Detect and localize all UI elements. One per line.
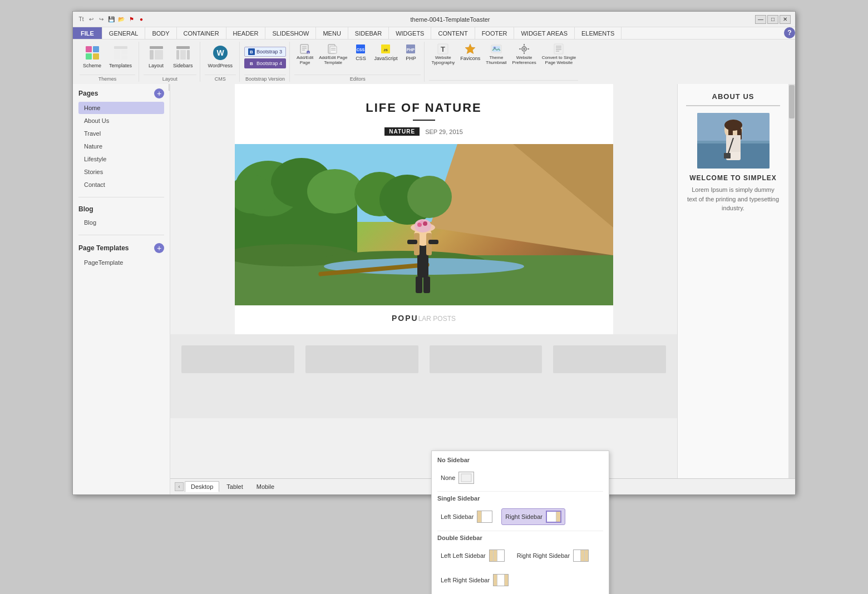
pages-title: Pages bbox=[78, 90, 98, 97]
svg-point-60 bbox=[407, 176, 452, 218]
php-button[interactable]: PHP PHP bbox=[401, 42, 421, 62]
scrollbar-thumb[interactable] bbox=[789, 85, 795, 118]
desktop-view-tab[interactable]: Desktop bbox=[185, 481, 219, 492]
tab-body[interactable]: BODY bbox=[145, 27, 176, 39]
svg-text:CSS: CSS bbox=[357, 48, 365, 52]
php-icon: PHP bbox=[405, 43, 417, 55]
svg-text:PHP: PHP bbox=[407, 48, 415, 52]
cms-group-label: CMS bbox=[205, 75, 236, 82]
popular-title: POPU bbox=[392, 314, 418, 323]
svg-rect-9 bbox=[150, 50, 154, 60]
main-area: ‹ Pages + Home About Us Travel Nature Li… bbox=[73, 84, 795, 494]
tab-elements[interactable]: ELEMENTS bbox=[575, 27, 622, 39]
wordpress-button[interactable]: W WordPress bbox=[205, 42, 236, 71]
tab-sidebar[interactable]: SIDEBAR bbox=[348, 27, 389, 39]
maximize-button[interactable]: □ bbox=[767, 15, 778, 24]
canvas-main: LIFE OF NATURE NATURE SEP 29, 2015 bbox=[170, 84, 795, 478]
mobile-view-tab[interactable]: Mobile bbox=[250, 481, 280, 492]
blog-divider bbox=[78, 235, 164, 235]
window-controls: — □ ✕ bbox=[755, 15, 791, 24]
page-item-blog[interactable]: Blog bbox=[78, 216, 164, 229]
page-item-pagetemplate[interactable]: PageTemplate bbox=[78, 256, 164, 269]
page-item-contact[interactable]: Contact bbox=[78, 179, 164, 191]
add-edit-page-button[interactable]: + Add/EditPage bbox=[294, 42, 315, 67]
bootstrap3-label: Bootstrap 3 bbox=[257, 49, 282, 55]
save-icon[interactable]: 💾 bbox=[107, 16, 115, 23]
svg-rect-6 bbox=[121, 50, 127, 55]
ribbon-group-tools: T WebsiteTypography Favicons bbox=[426, 42, 581, 82]
page-item-about[interactable]: About Us bbox=[78, 115, 164, 127]
placeholder-col bbox=[181, 394, 294, 399]
add-edit-page-label: Add/EditPage bbox=[297, 56, 313, 66]
cms-items: W WordPress bbox=[205, 42, 236, 73]
title-bar-left: Tt ↩ ↪ 💾 📂 ⚑ ● bbox=[77, 16, 145, 23]
open-icon[interactable]: 📂 bbox=[117, 16, 125, 23]
minimize-button[interactable]: — bbox=[755, 15, 766, 24]
add-edit-page-template-button[interactable]: Add/Edit PageTemplate bbox=[317, 42, 349, 67]
placeholder-row-1 bbox=[181, 345, 666, 373]
favicons-button[interactable]: Favicons bbox=[458, 42, 482, 62]
tab-widget-areas[interactable]: WIDGET AREAS bbox=[514, 27, 575, 39]
close-button[interactable]: ✕ bbox=[780, 15, 791, 24]
add-page-button[interactable]: + bbox=[154, 88, 164, 98]
flag-icon[interactable]: ⚑ bbox=[127, 16, 135, 23]
tab-header[interactable]: HEADER bbox=[226, 27, 266, 39]
templates-button[interactable]: Templates bbox=[106, 42, 135, 71]
undo-icon[interactable]: ↩ bbox=[87, 16, 95, 23]
canvas-scroll[interactable]: LIFE OF NATURE NATURE SEP 29, 2015 bbox=[170, 84, 677, 478]
svg-rect-2 bbox=[86, 53, 92, 60]
bootstrap-items: B Bootstrap 3 B Bootstrap 4 bbox=[244, 42, 286, 73]
nav-prev-button[interactable]: ‹ bbox=[175, 482, 184, 491]
layout-button[interactable]: Layout bbox=[144, 42, 169, 71]
help-button[interactable]: ? bbox=[784, 27, 795, 38]
redo-icon[interactable]: ↪ bbox=[97, 16, 105, 23]
add-template-button[interactable]: + bbox=[154, 243, 164, 253]
dropdown-separator-1 bbox=[437, 491, 603, 492]
theme-thumbnail-button[interactable]: ThemeThumbnail bbox=[484, 42, 509, 67]
page-item-stories[interactable]: Stories bbox=[78, 166, 164, 178]
tab-slideshow[interactable]: SLIDESHOW bbox=[265, 27, 316, 39]
page-item-home[interactable]: Home bbox=[78, 102, 164, 114]
bootstrap4-button[interactable]: B Bootstrap 4 bbox=[244, 58, 286, 68]
website-typography-label: WebsiteTypography bbox=[431, 56, 455, 66]
sidebars-icon bbox=[174, 44, 192, 62]
javascript-button[interactable]: JS JavaScript bbox=[372, 42, 400, 62]
pages-divider bbox=[78, 197, 164, 197]
website-typography-button[interactable]: T WebsiteTypography bbox=[429, 42, 457, 67]
tools-items: T WebsiteTypography Favicons bbox=[429, 42, 578, 79]
blog-title: Blog bbox=[78, 205, 93, 213]
editors-items: + Add/EditPage Add/Edit PageTe bbox=[294, 42, 421, 73]
sidebar-avatar-image bbox=[697, 113, 770, 169]
website-preferences-button[interactable]: WebsitePreferences bbox=[510, 42, 539, 67]
ribbon-content: Scheme Templates Themes bbox=[73, 39, 795, 84]
css-icon: CSS bbox=[354, 43, 367, 55]
tab-file[interactable]: FILE bbox=[73, 27, 102, 39]
nature-badge: NATURE bbox=[384, 127, 420, 136]
placeholder-col bbox=[181, 382, 294, 386]
scheme-button[interactable]: Scheme bbox=[80, 42, 105, 71]
canvas-wrapper: LIFE OF NATURE NATURE SEP 29, 2015 bbox=[170, 84, 795, 494]
css-button[interactable]: CSS CSS bbox=[351, 42, 371, 62]
ribbon-group-cms: W WordPress CMS bbox=[201, 42, 240, 82]
page-item-lifestyle[interactable]: Lifestyle bbox=[78, 153, 164, 165]
convert-single-page-button[interactable]: Convert to SinglePage Website bbox=[540, 42, 578, 67]
tab-widgets[interactable]: WIDGETS bbox=[389, 27, 431, 39]
tab-general[interactable]: GENERAL bbox=[102, 27, 146, 39]
templates-icon bbox=[112, 44, 130, 62]
tab-menu[interactable]: MENU bbox=[316, 27, 348, 39]
bootstrap3-button[interactable]: B Bootstrap 3 bbox=[244, 47, 286, 57]
page-item-travel[interactable]: Travel bbox=[78, 127, 164, 140]
svg-rect-4 bbox=[114, 46, 127, 49]
php-label: PHP bbox=[406, 56, 416, 61]
scrollbar-track[interactable] bbox=[788, 84, 795, 478]
tab-footer[interactable]: FOOTER bbox=[475, 27, 515, 39]
none-option[interactable]: None bbox=[437, 470, 477, 486]
page-item-nature[interactable]: Nature bbox=[78, 140, 164, 152]
tablet-view-tab[interactable]: Tablet bbox=[220, 481, 249, 492]
svg-point-71 bbox=[423, 221, 427, 226]
tab-container[interactable]: CONTAINER bbox=[177, 27, 226, 39]
svg-text:JS: JS bbox=[384, 48, 388, 52]
sidebars-button[interactable]: Sidebars bbox=[170, 42, 196, 71]
svg-rect-8 bbox=[150, 46, 163, 49]
tab-content[interactable]: CONTENT bbox=[431, 27, 475, 39]
